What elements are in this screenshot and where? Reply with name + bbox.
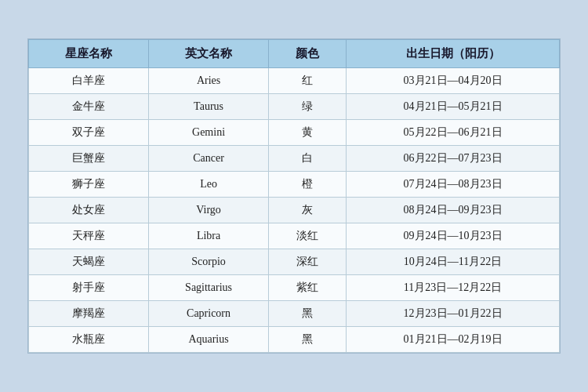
cell-chinese-name: 巨蟹座 [29, 146, 149, 172]
table-body: 白羊座Aries红03月21日—04月20日金牛座Taurus绿04月21日—0… [29, 68, 560, 353]
table-row: 天蝎座Scorpio深红10月24日—11月22日 [29, 249, 560, 275]
table-row: 白羊座Aries红03月21日—04月20日 [29, 68, 560, 94]
table-row: 天秤座Libra淡红09月24日—10月23日 [29, 223, 560, 249]
cell-date: 04月21日—05月21日 [347, 94, 560, 120]
cell-date: 05月22日—06月21日 [347, 120, 560, 146]
header-date: 出生日期（阳历） [347, 40, 560, 68]
cell-color: 灰 [269, 198, 347, 223]
cell-english-name: Virgo [149, 198, 269, 223]
cell-chinese-name: 水瓶座 [29, 327, 149, 353]
table-row: 金牛座Taurus绿04月21日—05月21日 [29, 94, 560, 120]
table-row: 射手座Sagittarius紫红11月23日—12月22日 [29, 275, 560, 301]
header-english-name: 英文名称 [149, 40, 269, 68]
cell-color: 黑 [269, 301, 347, 327]
cell-english-name: Cancer [149, 146, 269, 172]
cell-date: 09月24日—10月23日 [347, 223, 560, 249]
cell-color: 橙 [269, 172, 347, 198]
cell-date: 12月23日—01月22日 [347, 301, 560, 327]
cell-date: 01月21日—02月19日 [347, 327, 560, 353]
cell-date: 03月21日—04月20日 [347, 68, 560, 94]
cell-chinese-name: 狮子座 [29, 172, 149, 198]
zodiac-table-container: 星座名称 英文名称 颜色 出生日期（阳历） 白羊座Aries红03月21日—04… [27, 38, 561, 354]
cell-chinese-name: 天秤座 [29, 223, 149, 249]
cell-color: 淡红 [269, 223, 347, 249]
cell-chinese-name: 金牛座 [29, 94, 149, 120]
cell-color: 绿 [269, 94, 347, 120]
cell-date: 10月24日—11月22日 [347, 249, 560, 275]
cell-english-name: Leo [149, 172, 269, 198]
table-row: 处女座Virgo灰08月24日—09月23日 [29, 198, 560, 223]
table-row: 水瓶座Aquarius黑01月21日—02月19日 [29, 327, 560, 353]
cell-english-name: Aquarius [149, 327, 269, 353]
zodiac-table: 星座名称 英文名称 颜色 出生日期（阳历） 白羊座Aries红03月21日—04… [28, 39, 560, 353]
cell-english-name: Gemini [149, 120, 269, 146]
cell-english-name: Taurus [149, 94, 269, 120]
cell-date: 07月24日—08月23日 [347, 172, 560, 198]
cell-date: 08月24日—09月23日 [347, 198, 560, 223]
cell-english-name: Libra [149, 223, 269, 249]
cell-date: 06月22日—07月23日 [347, 146, 560, 172]
table-row: 摩羯座Capricorn黑12月23日—01月22日 [29, 301, 560, 327]
header-chinese-name: 星座名称 [29, 40, 149, 68]
cell-date: 11月23日—12月22日 [347, 275, 560, 301]
table-header-row: 星座名称 英文名称 颜色 出生日期（阳历） [29, 40, 560, 68]
cell-color: 红 [269, 68, 347, 94]
cell-english-name: Aries [149, 68, 269, 94]
header-color: 颜色 [269, 40, 347, 68]
cell-color: 深红 [269, 249, 347, 275]
cell-chinese-name: 白羊座 [29, 68, 149, 94]
cell-chinese-name: 处女座 [29, 198, 149, 223]
cell-english-name: Scorpio [149, 249, 269, 275]
cell-chinese-name: 双子座 [29, 120, 149, 146]
table-row: 双子座Gemini黄05月22日—06月21日 [29, 120, 560, 146]
cell-color: 白 [269, 146, 347, 172]
cell-color: 黄 [269, 120, 347, 146]
cell-chinese-name: 射手座 [29, 275, 149, 301]
cell-english-name: Sagittarius [149, 275, 269, 301]
table-row: 狮子座Leo橙07月24日—08月23日 [29, 172, 560, 198]
cell-english-name: Capricorn [149, 301, 269, 327]
table-row: 巨蟹座Cancer白06月22日—07月23日 [29, 146, 560, 172]
cell-chinese-name: 天蝎座 [29, 249, 149, 275]
cell-color: 黑 [269, 327, 347, 353]
cell-chinese-name: 摩羯座 [29, 301, 149, 327]
cell-color: 紫红 [269, 275, 347, 301]
